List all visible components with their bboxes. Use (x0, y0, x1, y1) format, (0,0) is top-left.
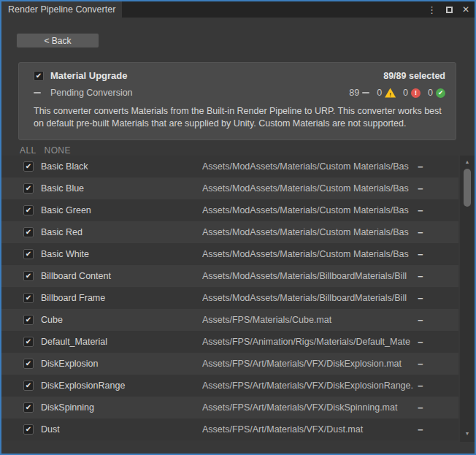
table-row[interactable]: ✔DiskExplosionRangeAssets/FPS/Art/Materi… (1, 375, 458, 397)
warning-count-value: 0 (377, 88, 382, 98)
item-checkbox[interactable]: ✔ (23, 227, 34, 237)
checkmark-icon: ✔ (26, 382, 31, 389)
checkmark-icon: ✔ (26, 426, 31, 433)
close-icon[interactable]: ✕ (462, 5, 469, 14)
item-status-dash-icon: − (418, 337, 458, 348)
item-path: Assets/ModAssets/Materials/Custom Materi… (202, 183, 418, 194)
item-name: DiskExplosion (41, 359, 202, 369)
item-status-dash-icon: − (418, 205, 458, 216)
item-name: Basic White (41, 249, 202, 259)
item-path: Assets/FPS/Art/Materials/VFX/DiskExplosi… (202, 381, 418, 391)
titlebar-icons: ⋮ ✕ (427, 1, 469, 18)
item-checkbox[interactable]: ✔ (23, 381, 34, 391)
table-row[interactable]: ✔CubeAssets/FPS/Materials/Cube.mat− (1, 309, 458, 331)
checkmark-icon: ✔ (26, 185, 31, 192)
item-path: Assets/FPS/Materials/Cube.mat (202, 315, 418, 325)
pending-conversion-label: Pending Conversion (50, 88, 133, 98)
select-none-button[interactable]: NONE (45, 145, 71, 156)
item-checkbox[interactable]: ✔ (23, 402, 34, 413)
converter-title: Material Upgrade (50, 70, 127, 81)
scrollbar-thumb[interactable] (464, 169, 471, 207)
item-name: DiskExplosionRange (41, 381, 202, 391)
titlebar: Render Pipeline Converter ⋮ ✕ (1, 1, 475, 18)
item-name: DiskSpinning (41, 402, 202, 413)
table-row[interactable]: ✔Basic GreenAssets/ModAssets/Materials/C… (1, 199, 458, 221)
table-row[interactable]: ✔Basic BlackAssets/ModAssets/Materials/C… (1, 156, 458, 177)
item-name: Dust (41, 424, 202, 435)
checkmark-icon: ✔ (26, 338, 31, 345)
item-status-dash-icon: − (418, 161, 458, 172)
item-path: Assets/ModAssets/Materials/BillboardMate… (202, 293, 418, 303)
item-checkbox[interactable]: ✔ (23, 249, 34, 259)
item-name: Billboard Content (41, 271, 202, 281)
item-path: Assets/ModAssets/Materials/Custom Materi… (202, 161, 418, 172)
item-checkbox[interactable]: ✔ (23, 205, 34, 215)
item-checkbox[interactable]: ✔ (23, 293, 34, 303)
kebab-menu-icon[interactable]: ⋮ (427, 5, 437, 15)
render-pipeline-converter-window: Render Pipeline Converter ⋮ ✕ < Back ✔ M… (0, 0, 476, 455)
list-controls: ALL NONE (20, 145, 71, 156)
checkmark-icon: ✔ (26, 316, 31, 324)
table-row[interactable]: ✔Basic RedAssets/ModAssets/Materials/Cus… (1, 221, 458, 243)
table-row[interactable]: ✔Default_MaterialAssets/FPS/Animation/Ri… (1, 331, 458, 353)
item-path: Assets/FPS/Art/Materials/VFX/DiskExplosi… (202, 359, 418, 369)
scroll-up-icon[interactable]: ▲ (460, 158, 475, 167)
table-row[interactable]: ✔Billboard ContentAssets/ModAssets/Mater… (1, 265, 458, 287)
item-status-dash-icon: − (418, 293, 458, 304)
item-name: Cube (41, 315, 202, 325)
error-count: 0 ! (403, 88, 421, 98)
success-icon: ✔ (436, 88, 445, 98)
item-path: Assets/ModAssets/Materials/BillboardMate… (202, 271, 418, 281)
item-status-dash-icon: − (418, 271, 458, 282)
checkmark-icon: ✔ (26, 229, 31, 236)
table-row[interactable]: ✔Billboard FrameAssets/ModAssets/Materia… (1, 287, 458, 309)
item-path: Assets/ModAssets/Materials/Custom Materi… (202, 249, 418, 259)
item-path: Assets/ModAssets/Materials/Custom Materi… (202, 227, 418, 237)
item-status-dash-icon: − (418, 315, 458, 326)
pending-count: 89 (349, 88, 369, 98)
item-status-dash-icon: − (418, 183, 458, 194)
checkmark-icon: ✔ (26, 207, 31, 214)
warning-icon: ! (385, 88, 396, 98)
item-name: Basic Red (41, 227, 202, 237)
pending-dash-icon (34, 92, 41, 93)
scroll-down-icon[interactable]: ▼ (460, 429, 475, 438)
success-count-value: 0 (428, 88, 433, 98)
selected-count: 89/89 selected (383, 71, 445, 81)
scrollbar[interactable]: ▲ ▼ (460, 156, 475, 442)
table-row[interactable]: ✔Basic WhiteAssets/ModAssets/Materials/C… (1, 243, 458, 265)
back-button[interactable]: < Back (16, 33, 99, 48)
material-upgrade-checkbox[interactable]: ✔ (34, 71, 44, 81)
table-row[interactable]: ✔DiskExplosionAssets/FPS/Art/Materials/V… (1, 353, 458, 375)
checkmark-icon: ✔ (26, 404, 31, 411)
item-name: Billboard Frame (41, 293, 202, 303)
item-checkbox[interactable]: ✔ (23, 315, 34, 325)
item-checkbox[interactable]: ✔ (23, 183, 34, 194)
item-checkbox[interactable]: ✔ (23, 337, 34, 347)
converter-description: This converter converts Materials from t… (34, 105, 445, 130)
item-checkbox[interactable]: ✔ (23, 271, 34, 281)
item-checkbox[interactable]: ✔ (23, 359, 34, 369)
table-row[interactable]: ✔Basic BlueAssets/ModAssets/Materials/Cu… (1, 177, 458, 199)
item-name: Default_Material (41, 337, 202, 347)
item-status-dash-icon: − (418, 249, 458, 260)
item-path: Assets/ModAssets/Materials/Custom Materi… (202, 205, 418, 215)
item-status-dash-icon: − (418, 359, 458, 370)
checkmark-icon: ✔ (26, 163, 31, 170)
item-checkbox[interactable]: ✔ (23, 424, 34, 435)
item-name: Basic Blue (41, 183, 202, 194)
pending-count-value: 89 (349, 88, 359, 98)
maximize-icon[interactable] (446, 7, 453, 13)
converter-panel: ✔ Material Upgrade 89/89 selected Pendin… (18, 62, 456, 140)
checkmark-icon: ✔ (26, 294, 31, 302)
tab-render-pipeline-converter[interactable]: Render Pipeline Converter (1, 1, 122, 18)
table-row[interactable]: ✔DiskSpinningAssets/FPS/Art/Materials/VF… (1, 397, 458, 418)
item-name: Basic Black (41, 161, 202, 172)
item-checkbox[interactable]: ✔ (23, 161, 34, 172)
success-count: 0 ✔ (428, 88, 445, 98)
select-all-button[interactable]: ALL (20, 145, 37, 156)
checkmark-icon: ✔ (26, 360, 31, 367)
error-icon: ! (411, 88, 421, 98)
checkmark-icon: ✔ (36, 72, 42, 80)
table-row[interactable]: ✔DustAssets/FPS/Art/Materials/VFX/Dust.m… (1, 418, 458, 440)
